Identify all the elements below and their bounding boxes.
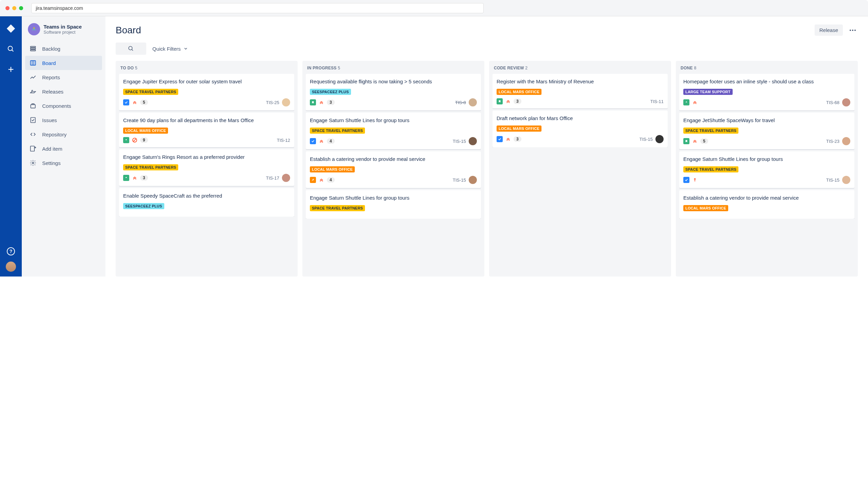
window-min-icon[interactable] [12,6,16,10]
issue-key: TIS-17 [266,175,279,181]
assignee-avatar[interactable] [469,98,477,106]
issue-card[interactable]: Establish a catering vendor to provide m… [679,190,854,219]
issue-type-icon [123,175,129,181]
reports-icon [29,73,37,81]
card-title: Enable Speedy SpaceCraft as the preferre… [123,192,290,199]
card-title: Engage Saturn Shuttle Lines for group to… [310,194,477,201]
window-close-icon[interactable] [5,6,10,10]
story-points: 9 [140,137,148,143]
card-title: Engage Saturn Shuttle Lines for group to… [310,117,477,124]
issue-key: TIS-15 [639,137,653,142]
sidebar-item-components[interactable]: Components [25,99,102,113]
epic-tag: SEESPACEEZ PLUS [310,89,351,95]
card-title: Draft network plan for Mars Office [497,115,664,122]
issue-type-icon [123,137,129,143]
epic-tag: LOCAL MARS OFFICE [497,89,541,95]
story-points: 3 [514,99,521,104]
search-icon[interactable] [5,44,16,54]
chevron-down-icon [183,46,188,51]
sidebar-item-settings[interactable]: Settings [25,156,102,170]
assignee-avatar[interactable] [842,176,850,184]
story-points: 3 [327,100,335,105]
project-type: Software project [44,30,82,35]
card-title: Engage JetShuttle SpaceWays for travel [683,117,850,124]
board-search-input[interactable] [116,43,146,55]
issue-key: TIS-12 [277,138,290,143]
issue-key: TIS-23 [826,139,839,144]
issue-card[interactable]: Establish a catering vendor to provide m… [306,151,481,188]
issue-card[interactable]: Draft network plan for Mars OfficeLOCAL … [493,111,668,147]
issue-card[interactable]: Requesting available flights is now taki… [306,74,481,111]
project-name: Teams in Space [44,24,82,30]
epic-tag: LOCAL MARS OFFICE [123,128,168,134]
card-title: Engage Saturn Shuttle Lines for group to… [683,155,850,163]
sidebar-item-issues[interactable]: Issues [25,113,102,127]
card-title: Create 90 day plans for all departments … [123,117,290,124]
create-icon[interactable] [5,64,16,75]
project-header[interactable]: Teams in Space Software project [25,23,102,41]
svg-rect-7 [31,48,36,49]
issue-card[interactable]: Engage Saturn's Rings Resort as a prefer… [119,149,294,186]
sidebar-item-addItem[interactable]: Add item [25,141,102,156]
assignee-avatar[interactable] [282,174,290,182]
sidebar-item-releases[interactable]: Releases [25,84,102,99]
svg-point-17 [32,162,34,164]
issue-card[interactable]: Homepage footer uses an inline style - s… [679,74,854,111]
svg-line-21 [133,139,136,141]
issue-card[interactable]: Create 90 day plans for all departments … [119,113,294,147]
priority-icon [132,175,137,181]
issue-key: TIS-8 [455,100,466,105]
project-sidebar: Teams in Space Software project BacklogB… [22,16,105,277]
settings-icon [29,159,37,167]
issue-card[interactable]: Engage Saturn Shuttle Lines for group to… [306,190,481,219]
assignee-avatar[interactable] [469,137,477,145]
sidebar-item-reports[interactable]: Reports [25,70,102,84]
window-max-icon[interactable] [19,6,23,10]
url-bar[interactable]: jira.teamsinspace.com [31,3,484,13]
jira-logo-icon[interactable] [5,23,16,34]
current-user-avatar[interactable] [6,262,16,272]
column-header: IN PROGRESS 5 [307,66,480,70]
priority-icon [319,177,324,183]
issue-key: TIS-25 [266,100,279,105]
repository-icon [29,131,37,138]
svg-rect-13 [31,118,35,123]
more-button[interactable] [848,28,858,33]
svg-point-5 [33,28,35,29]
sidebar-item-repository[interactable]: Repository [25,127,102,141]
assignee-avatar[interactable] [655,135,664,143]
issue-card[interactable]: Engage Saturn Shuttle Lines for group to… [306,113,481,149]
sidebar-item-label: Board [42,60,56,66]
browser-chrome: jira.teamsinspace.com [0,0,868,16]
epic-tag: LOCAL MARS OFFICE [497,126,541,132]
assignee-avatar[interactable] [469,176,477,184]
sidebar-item-label: Backlog [42,46,60,52]
epic-tag: SPACE TRAVEL PARTNERS [123,89,178,95]
issue-card[interactable]: Register with the Mars Ministry of Reven… [493,74,668,108]
issue-card[interactable]: Engage Saturn Shuttle Lines for group to… [679,151,854,188]
assignee-avatar[interactable] [282,98,290,106]
card-title: Engage Saturn's Rings Resort as a prefer… [123,153,290,161]
quick-filters-dropdown[interactable]: Quick Filters [152,46,188,52]
release-button[interactable]: Release [815,24,843,36]
svg-rect-9 [31,61,36,65]
board-icon [29,59,37,67]
issue-type-icon [683,99,689,105]
svg-point-18 [129,46,132,50]
backlog-icon [29,45,37,52]
sidebar-item-board[interactable]: Board [25,56,102,70]
releases-icon [29,88,37,95]
issue-card[interactable]: Enable Speedy SpaceCraft as the preferre… [119,188,294,217]
priority-icon [319,138,324,144]
issue-card[interactable]: Engage JetShuttle SpaceWays for travelSP… [679,113,854,149]
assignee-avatar[interactable] [842,98,850,106]
sidebar-item-backlog[interactable]: Backlog [25,41,102,56]
epic-tag: SPACE TRAVEL PARTNERS [310,205,365,211]
column-header: CODE REVIEW 2 [494,66,666,70]
column-done: DONE 8Homepage footer uses an inline sty… [676,61,858,277]
issue-card[interactable]: Engage Jupiter Express for outer solar s… [119,74,294,111]
assignee-avatar[interactable] [842,137,850,145]
help-icon[interactable]: ? [7,247,15,255]
epic-tag: LARGE TEAM SUPPORT [683,89,733,95]
issue-type-icon [683,138,689,144]
